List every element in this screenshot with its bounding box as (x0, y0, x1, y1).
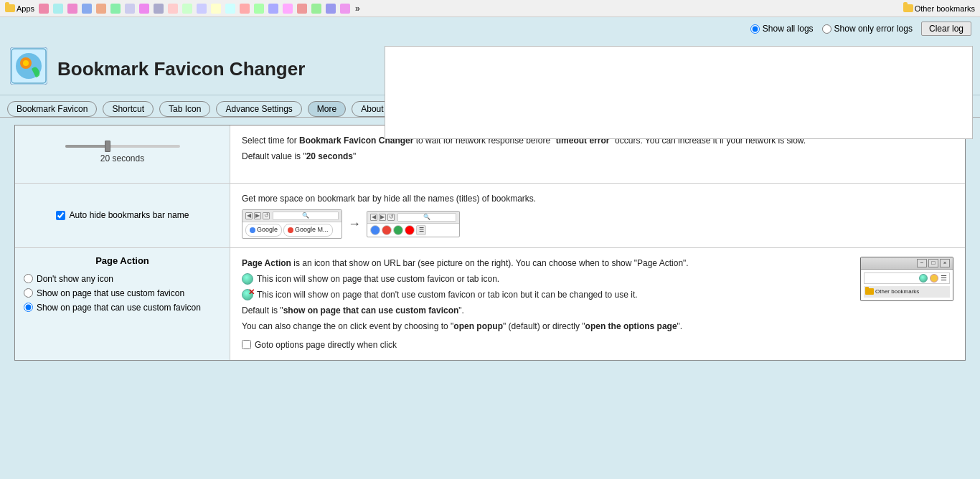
tab-bookmark-favicon[interactable]: Bookmark Favicon (7, 101, 97, 117)
google-label: Google (257, 225, 278, 235)
bm-icon-21[interactable] (324, 3, 338, 14)
page-action-window-mockup: − □ × ☰ Other bookmarks (860, 257, 953, 301)
page-action-option-none[interactable]: Don't show any icon (24, 274, 113, 284)
show-all-label: Show all logs (763, 24, 814, 34)
google-favicon (250, 227, 255, 233)
page-action-option-can-use[interactable]: Show on page that can use custom favicon (24, 303, 201, 313)
bm-icon-after-5: ☰ (416, 225, 426, 235)
radio-custom-favicon[interactable] (24, 288, 33, 298)
auto-hide-row: Auto hide bookmarks bar name Get more sp… (15, 184, 965, 248)
bm-icon-22[interactable] (338, 3, 352, 14)
browser-after: ◀ ▶ ↺ 🔍 ☰ (367, 211, 460, 237)
slider-track (65, 145, 180, 148)
bm-icon-10[interactable] (166, 3, 180, 14)
bm-icon-12[interactable] (194, 3, 209, 14)
tab-advance-settings[interactable]: Advance Settings (216, 101, 301, 117)
win-close-btn: × (940, 259, 950, 267)
pa-green-icon (242, 273, 253, 285)
bm-icon-11[interactable] (180, 3, 194, 14)
folder-icon-small (865, 288, 874, 295)
bm-icon-17[interactable] (266, 3, 281, 14)
bm-icon-15[interactable] (237, 3, 252, 14)
radio-no-icon[interactable] (24, 274, 33, 283)
bm-other-bookmarks[interactable]: Other bookmarks (901, 4, 977, 14)
bm-icon-13[interactable] (209, 3, 223, 14)
folder-icon (5, 4, 15, 12)
page-action-bold: Page Action (242, 258, 291, 268)
slider-thumb[interactable] (105, 141, 110, 152)
show-error-logs-option[interactable]: Show only error logs (822, 24, 913, 34)
show-all-radio[interactable] (750, 24, 760, 34)
slider-fill (65, 145, 108, 148)
auto-hide-left: Auto hide bookmarks bar name (15, 184, 230, 247)
browser-toolbar-before: ◀ ▶ ↺ 🔍 (242, 210, 341, 222)
page-action-intro: Page Action is an icon that show on URL … (242, 257, 853, 270)
win-minimize-btn: − (917, 259, 927, 267)
auto-hide-checkbox[interactable] (56, 211, 65, 220)
browser-before: ◀ ▶ ↺ 🔍 Google (242, 209, 342, 239)
goto-options-checkbox[interactable] (242, 340, 251, 349)
bm-icon-16[interactable] (252, 3, 266, 14)
pa-default-value: show on page that can use custom favicon (283, 305, 459, 316)
bm-icon-7[interactable] (123, 3, 137, 14)
tab-tab-icon[interactable]: Tab Icon (159, 101, 210, 117)
show-error-radio[interactable] (822, 24, 831, 34)
addr-menu-icon: ☰ (941, 272, 947, 283)
pa-page-option: open the options page (585, 321, 677, 331)
clear-log-button[interactable]: Clear log (921, 22, 971, 36)
page-action-right: − □ × ☰ Other bookmarks (230, 248, 965, 360)
before-after-arrow: → (348, 214, 361, 234)
page-action-option-custom[interactable]: Show on page that use custom favicon (24, 288, 184, 298)
bm-icon-19[interactable] (295, 3, 309, 14)
pa-icon-row-2: ✕ This icon will show on page that don't… (242, 288, 853, 301)
pa-icon-show-text: This icon will show on page that use cus… (257, 272, 499, 285)
timeout-desc-prefix: Select time for (242, 136, 299, 146)
radio-custom-label: Show on page that use custom favicon (37, 288, 184, 298)
timeout-left: 20 seconds (15, 125, 230, 183)
bm-icon-6[interactable] (108, 3, 123, 14)
log-area (385, 46, 973, 139)
tab-shortcut[interactable]: Shortcut (103, 101, 154, 117)
pa-default-text: Default is "show on page that can use cu… (242, 304, 853, 317)
bookmarks-apps-label: Apps (17, 4, 34, 13)
bm-icon-18[interactable] (281, 3, 295, 14)
addr-icon-2 (930, 274, 938, 283)
bookmarks-apps-folder[interactable]: Apps (3, 4, 37, 14)
tab-more[interactable]: More (308, 101, 346, 117)
googlem-favicon (288, 227, 293, 233)
other-bookmarks-label: Other bookmarks (915, 4, 975, 13)
bm-icon-1[interactable] (37, 3, 51, 14)
auto-hide-right: Get more space on bookmark bar by hide a… (230, 184, 965, 247)
pa-popup-end: ". (677, 321, 683, 331)
bm-pill-googlem: Google M... (283, 224, 333, 237)
bm-icon-4[interactable] (80, 3, 94, 14)
bm-icon-after-2 (382, 225, 392, 235)
back-btn-after: ◀ (370, 214, 377, 221)
folder-icon (903, 4, 913, 12)
auto-hide-label: Auto hide bookmarks bar name (70, 210, 189, 220)
radio-no-icon-label: Don't show any icon (37, 274, 113, 284)
timeout-default-value: 20 seconds (306, 151, 353, 161)
goto-options-label: Goto options page directly when click (255, 338, 397, 351)
win-maximize-btn: □ (928, 259, 938, 267)
bm-icon-9[interactable] (151, 3, 166, 14)
browser-toolbar-after: ◀ ▶ ↺ 🔍 (367, 212, 459, 224)
bm-icon-5[interactable] (94, 3, 108, 14)
bookmarks-bar: Apps » Other bookmarks (0, 0, 980, 17)
bookmarks-after: ☰ (367, 224, 459, 237)
radio-can-use[interactable] (24, 303, 33, 312)
googlem-label: Google M... (295, 225, 329, 235)
bm-more[interactable]: » (352, 3, 363, 14)
bm-icon-14[interactable] (223, 3, 237, 14)
window-titlebar: − □ × (861, 257, 953, 270)
pa-icon-noshow-text: This icon will show on page that don't u… (257, 288, 638, 301)
bm-icon-2[interactable] (51, 3, 65, 14)
window-addressbar: ☰ (864, 272, 950, 284)
bm-icon-3[interactable] (65, 3, 80, 14)
show-all-logs-option[interactable]: Show all logs (750, 24, 814, 34)
back-btn-before: ◀ (245, 212, 253, 219)
bm-icon-8[interactable] (137, 3, 151, 14)
addr-icon-1 (919, 274, 928, 283)
page-action-title: Page Action (24, 255, 221, 266)
bm-icon-20[interactable] (309, 3, 324, 14)
